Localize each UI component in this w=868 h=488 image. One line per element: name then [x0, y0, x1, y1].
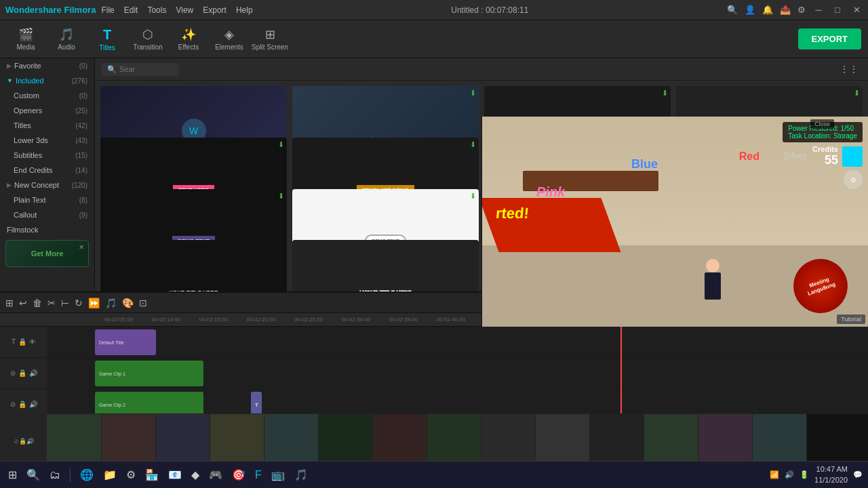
- filmstock-label: Filmstock: [7, 226, 87, 234]
- store-app[interactable]: 🏪: [142, 466, 161, 484]
- settings-icon[interactable]: ⚙: [797, 5, 806, 15]
- search-taskbar[interactable]: 🔍: [24, 466, 43, 484]
- panel-titles[interactable]: Titles (42): [0, 118, 94, 133]
- ruler-mark-3: 00:02:20:00: [237, 317, 285, 323]
- task-view[interactable]: 🗂: [47, 466, 63, 484]
- maximize-button[interactable]: □: [831, 5, 844, 15]
- subtitles-count: (15): [75, 152, 87, 159]
- window-title: Untitled : 00:07:08:11: [451, 5, 528, 15]
- search-input[interactable]: [119, 65, 174, 73]
- panel-plaintext[interactable]: Plain Text (8): [0, 192, 94, 207]
- toolbar-elements[interactable]: ◈ Elements: [210, 23, 248, 56]
- tl-speed[interactable]: ⏩: [88, 298, 100, 308]
- track3-eye[interactable]: ⊘: [10, 401, 16, 408]
- notification-icon[interactable]: 🔔: [762, 5, 773, 15]
- media-label: Media: [16, 43, 35, 51]
- panel-favorite[interactable]: ▶ Favorite (0): [0, 58, 94, 73]
- filmora-app[interactable]: F: [252, 466, 264, 484]
- panel-endcredits[interactable]: End Credits (14): [0, 163, 94, 178]
- menu-tools[interactable]: Tools: [147, 5, 166, 15]
- grid-item-title1[interactable]: YOUR TITLE HERE: [100, 240, 287, 291]
- file-explorer[interactable]: 📁: [100, 466, 119, 484]
- search-icon[interactable]: 🔍: [727, 5, 738, 15]
- tl-color[interactable]: 🎨: [122, 298, 134, 308]
- toolbar-titles[interactable]: T Titles: [88, 23, 126, 56]
- film-thumb-14: [753, 414, 807, 468]
- panel-custom[interactable]: Custom (0): [0, 88, 94, 103]
- menu-view[interactable]: View: [176, 5, 193, 15]
- tl-delete[interactable]: 🗑: [33, 298, 42, 308]
- system-tray: 📶 🔊 🔋 10:47 AM 11/1/2020 💬: [770, 464, 863, 485]
- roblox-app[interactable]: 🎯: [229, 466, 248, 484]
- hud-cyan-indicator: [842, 146, 863, 167]
- menu-file[interactable]: File: [101, 5, 114, 15]
- minimize-button[interactable]: ─: [812, 5, 825, 15]
- menu-help[interactable]: Help: [236, 5, 253, 15]
- panel-filmstock[interactable]: Filmstock: [0, 222, 94, 237]
- settings-taskbar[interactable]: ⚙: [123, 466, 138, 484]
- track-clip-green1[interactable]: Game Clip 1: [95, 361, 203, 386]
- taskbar-sep: [70, 468, 71, 482]
- track2-eye-off[interactable]: ⊘: [10, 369, 16, 377]
- newconcept-arrow: ▶: [7, 182, 12, 188]
- share-icon[interactable]: 📤: [780, 5, 791, 15]
- main-toolbar: 🎬 Media 🎵 Audio T Titles ⬡ Transition ✨ …: [0, 20, 868, 58]
- film-thumb-6: [319, 414, 373, 468]
- tutorial-button[interactable]: Tutorial: [837, 314, 865, 324]
- toolbar-splitscreen[interactable]: ⊞ Split Screen: [251, 23, 289, 56]
- panel-subtitles[interactable]: Subtitles (15): [0, 148, 94, 163]
- tl-undo[interactable]: ↩: [19, 298, 27, 308]
- tl-audio[interactable]: 🎵: [105, 298, 117, 308]
- toolbar-effects[interactable]: ✨ Effects: [170, 23, 208, 56]
- media-player[interactable]: 📺: [269, 466, 288, 484]
- callout-count: (9): [79, 211, 87, 219]
- tl-rotate[interactable]: ↻: [75, 298, 83, 308]
- tl-trim[interactable]: ⊢: [61, 298, 69, 308]
- track1-eye[interactable]: 👁: [29, 338, 36, 346]
- track-clip-title[interactable]: Default Title: [95, 329, 156, 355]
- lower3ds-count: (43): [75, 137, 87, 144]
- tray-volume[interactable]: 🔊: [785, 470, 794, 479]
- filmstock-get-more[interactable]: Get More ✕: [5, 240, 89, 267]
- panel-openers[interactable]: Openers (25): [0, 103, 94, 118]
- discord-app[interactable]: ◆: [189, 466, 202, 484]
- game-app[interactable]: 🎮: [206, 466, 225, 484]
- tray-network[interactable]: 📶: [770, 470, 779, 479]
- edge-browser[interactable]: 🌐: [77, 466, 96, 484]
- track-clip-text[interactable]: T: [251, 392, 262, 413]
- tl-cut[interactable]: ✂: [47, 298, 56, 308]
- toolbar-transition[interactable]: ⬡ Transition: [129, 23, 167, 56]
- panel-included[interactable]: ▼ Included (276): [0, 73, 94, 88]
- playhead[interactable]: [620, 327, 622, 413]
- mail-app[interactable]: 📧: [165, 466, 184, 484]
- close-button-overlay[interactable]: Close: [810, 119, 834, 129]
- menu-edit[interactable]: Edit: [124, 5, 138, 15]
- endcredits-label: End Credits: [14, 166, 75, 174]
- panel-lower3ds[interactable]: Lower 3ds (43): [0, 133, 94, 148]
- banner-close-icon[interactable]: ✕: [79, 243, 84, 251]
- grid-view-button[interactable]: ⋮⋮: [837, 62, 861, 76]
- track2-audio[interactable]: 🔊: [29, 369, 37, 377]
- panel-newconcept[interactable]: ▶ New Concept (120): [0, 178, 94, 192]
- track1-lock[interactable]: 🔒: [18, 338, 26, 346]
- clip-title-label: Default Title: [99, 340, 124, 345]
- panel-callout[interactable]: Callout (9): [0, 207, 94, 222]
- toolbar-media[interactable]: 🎬 Media: [7, 23, 45, 56]
- track3-lock[interactable]: 🔒: [18, 401, 26, 408]
- subtitles-label: Subtitles: [14, 151, 75, 159]
- track3-audio2[interactable]: 🔊: [29, 401, 37, 408]
- tray-notifications[interactable]: 💬: [853, 470, 863, 479]
- start-button[interactable]: ⊞: [5, 466, 20, 484]
- toolbar-audio[interactable]: 🎵 Audio: [47, 23, 85, 56]
- tl-add-track[interactable]: ⊞: [5, 298, 14, 308]
- game-text-blue: Blue: [631, 157, 658, 171]
- tl-zoom-fit[interactable]: ⊡: [139, 298, 147, 308]
- account-icon[interactable]: 👤: [745, 5, 755, 15]
- grid-item-title2[interactable]: | YOUR TITLE HERE: [292, 240, 479, 291]
- track-clip-green2[interactable]: Game Clip 2: [95, 392, 203, 413]
- spotify[interactable]: 🎵: [292, 466, 311, 484]
- export-button[interactable]: EXPORT: [798, 28, 861, 49]
- menu-export[interactable]: Export: [203, 5, 226, 15]
- track2-lock[interactable]: 🔒: [18, 369, 26, 377]
- close-button[interactable]: ✕: [850, 5, 863, 15]
